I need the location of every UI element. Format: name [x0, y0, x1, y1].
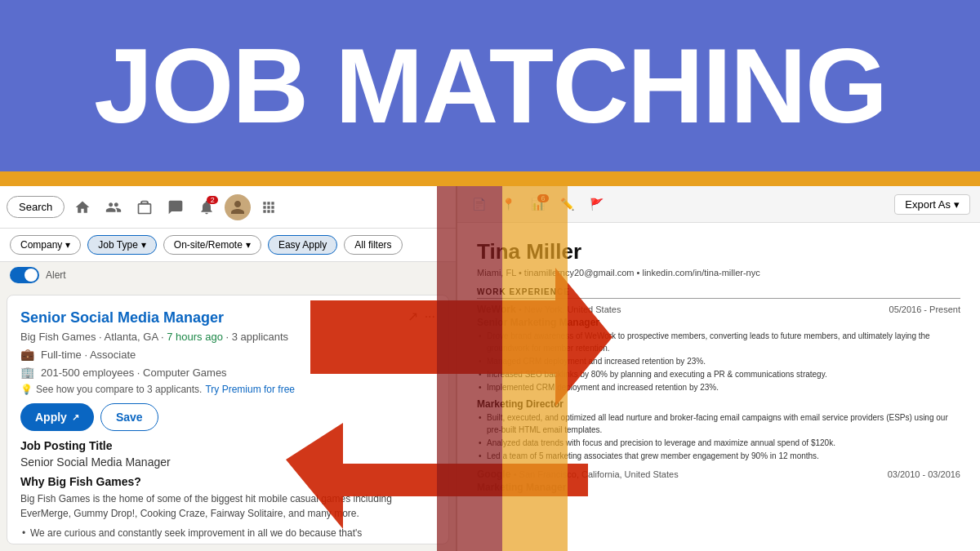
why-section-title: Why Big Fish Games?: [20, 475, 435, 488]
marketing-bullet1: Built, executed, and optimized all lead …: [477, 411, 960, 436]
right-panel: 📄 📍 📊 6 ✏️ 🚩 Export As ▾ Tina Miller Mia…: [457, 186, 980, 551]
easy-apply-filter[interactable]: Easy Apply: [268, 235, 337, 255]
all-filters-button[interactable]: All filters: [344, 235, 402, 255]
resume-contact: Miami, FL • tinamillerncy20@gmail.com • …: [477, 268, 960, 278]
time-posted: 7 hours ago: [167, 331, 223, 343]
wework-bullet2: Managed CRM deployment and increased ret…: [477, 355, 960, 367]
gold-separator: [0, 171, 980, 186]
company-info: Big Fish Games · Atlanta, GA · 7 hours a…: [20, 331, 435, 343]
job-description: Big Fish Games is the home of some of th…: [20, 491, 435, 521]
filter-bar: Company ▾ Job Type ▾ On-site/Remote ▾ Ea…: [0, 229, 456, 262]
marketing-director-role: Marketing Director: [477, 398, 960, 410]
chat-icon[interactable]: [163, 194, 189, 220]
document-icon[interactable]: 📄: [467, 193, 490, 216]
share-button[interactable]: ↗: [408, 309, 418, 324]
alert-label: Alert: [46, 269, 66, 281]
marketing-bullet2: Analyzed data trends with focus and prec…: [477, 437, 960, 449]
edit-icon[interactable]: ✏️: [555, 193, 578, 216]
chart-badge: 6: [537, 194, 549, 202]
external-link-icon: ↗: [72, 412, 79, 423]
wework-company: WeWork • New York, United States: [477, 304, 621, 315]
marketing-director-entry: Marketing Director Built, executed, and …: [477, 398, 960, 462]
google-entry: Google • San Francisco, California, Unit…: [477, 469, 960, 493]
left-panel: Search 2: [0, 186, 457, 551]
linkedin-nav: Search 2: [0, 186, 456, 229]
google-role: Marketing Manager: [477, 482, 960, 493]
main-content: Search 2: [0, 186, 980, 551]
marketing-bullet3: Led a team of 5 marketing associates tha…: [477, 450, 960, 462]
work-experience-heading: WORK EXPERIENCE: [477, 287, 960, 299]
hero-title: JOB MATCHING: [94, 33, 886, 139]
building-icon: 🏢: [20, 366, 34, 379]
apply-button[interactable]: Apply ↗: [20, 403, 94, 431]
notification-badge: 2: [207, 196, 218, 204]
job-card-header: Senior Social Media Manager ↗ ···: [20, 309, 435, 327]
job-type-filter[interactable]: Job Type ▾: [87, 235, 156, 255]
more-options-button[interactable]: ···: [425, 309, 435, 324]
flag-icon[interactable]: 🚩: [585, 193, 608, 216]
job-card-actions: ↗ ···: [408, 309, 435, 324]
hero-banner: JOB MATCHING: [0, 0, 980, 171]
briefcase-icon[interactable]: [131, 194, 158, 220]
export-button[interactable]: Export As ▾: [894, 194, 970, 215]
grid-icon[interactable]: [256, 194, 282, 220]
location-icon[interactable]: 📍: [497, 193, 519, 216]
save-button[interactable]: Save: [100, 403, 158, 431]
remote-filter[interactable]: On-site/Remote ▾: [163, 235, 261, 255]
toggle-area: Alert: [0, 262, 456, 288]
chart-icon[interactable]: 📊 6: [526, 193, 549, 216]
wework-bullet4: Implemented CRM deployment and increased…: [477, 381, 960, 393]
lightbulb-icon: 💡: [20, 384, 33, 395]
wework-bullet1: Drove brand awareness of WeWork to prosp…: [477, 330, 960, 354]
people-icon[interactable]: [100, 194, 127, 220]
resume-toolbar: 📄 📍 📊 6 ✏️ 🚩 Export As ▾: [457, 186, 980, 223]
avatar[interactable]: [225, 194, 251, 220]
job-card: Senior Social Media Manager ↗ ··· Big Fi…: [7, 295, 449, 544]
job-company-size: 🏢 201-500 employees · Computer Games: [20, 366, 435, 379]
briefcase-meta-icon: 💼: [20, 348, 34, 361]
resume-name: Tina Miller: [477, 239, 960, 264]
resume-content: Tina Miller Miami, FL • tinamillerncy20@…: [457, 223, 980, 551]
alert-toggle[interactable]: [10, 267, 39, 283]
wework-dates: 05/2016 - Present: [889, 304, 960, 314]
google-dates: 03/2010 - 03/2016: [888, 469, 960, 479]
notification-icon[interactable]: 2: [194, 194, 220, 220]
wework-entry: WeWork • New York, United States 05/2016…: [477, 304, 960, 393]
dropdown-icon: ▾: [954, 198, 960, 211]
job-bullet1: • We are curious and constantly seek imp…: [20, 526, 435, 540]
apply-row: Apply ↗ Save: [20, 403, 435, 431]
search-button[interactable]: Search: [7, 196, 65, 218]
wework-role: Senior Marketing Manager: [477, 317, 960, 328]
premium-note: 💡 See how you compare to 3 applicants. T…: [20, 384, 435, 395]
job-posting-section-title: Job Posting Title: [20, 439, 435, 452]
google-company: Google • San Francisco, California, Unit…: [477, 469, 679, 480]
home-icon[interactable]: [69, 194, 96, 220]
job-posting-title-value: Senior Social Media Manager: [20, 455, 435, 469]
job-title: Senior Social Media Manager: [20, 309, 224, 327]
job-employment-type: 💼 Full-time · Associate: [20, 348, 435, 361]
company-filter[interactable]: Company ▾: [10, 235, 81, 255]
premium-link[interactable]: Try Premium for free: [205, 384, 295, 395]
wework-bullet3: Increased SEO backlinks by 80% by planni…: [477, 368, 960, 380]
